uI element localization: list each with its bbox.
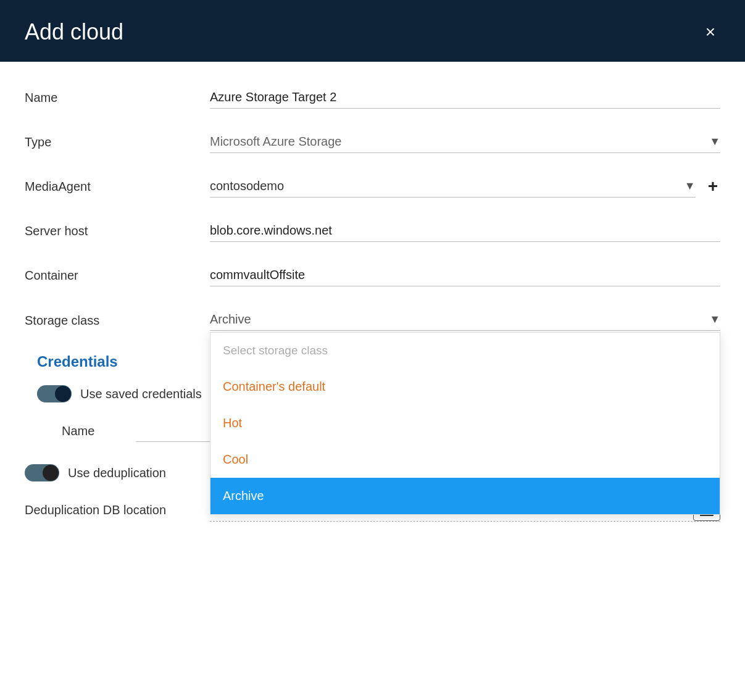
container-input[interactable]: [210, 264, 720, 286]
type-select-container: Microsoft Azure Storage ▼: [210, 131, 720, 153]
mediaagent-wrap: contosodemo ▼ +: [210, 175, 720, 198]
storageclass-row: Storage class Archive ▼ Select storage c…: [25, 309, 720, 331]
dialog-body: Name Type Microsoft Azure Storage ▼ Medi…: [0, 62, 745, 700]
use-saved-credentials-label: Use saved credentials: [80, 387, 202, 401]
add-cloud-dialog: Add cloud × Name Type Microsoft Azure St…: [0, 0, 745, 700]
name-input[interactable]: [210, 86, 720, 109]
type-dropdown-arrow: ▼: [709, 135, 720, 148]
mediaagent-dropdown-arrow: ▼: [685, 180, 696, 193]
mediaagent-row: MediaAgent contosodemo ▼ +: [25, 175, 720, 198]
dedup-db-label: Deduplication DB location: [25, 503, 210, 517]
use-dedup-toggle[interactable]: [25, 464, 59, 481]
mediaagent-label: MediaAgent: [25, 180, 210, 194]
mediaagent-select-container: contosodemo ▼: [210, 175, 696, 198]
container-row: Container: [25, 264, 720, 286]
add-mediaagent-button[interactable]: +: [705, 178, 720, 195]
name-row: Name: [25, 86, 720, 109]
mediaagent-control-wrap: contosodemo ▼ +: [210, 175, 720, 198]
dropdown-item-archive[interactable]: Archive: [210, 478, 720, 514]
type-row: Type Microsoft Azure Storage ▼: [25, 131, 720, 153]
dropdown-item-hot[interactable]: Hot: [210, 405, 720, 441]
dialog-header: Add cloud ×: [0, 0, 745, 62]
use-saved-credentials-toggle[interactable]: [37, 385, 72, 402]
dropdown-item-cool[interactable]: Cool: [210, 441, 720, 478]
storageclass-select-row[interactable]: Archive ▼: [210, 309, 720, 331]
credentials-name-label: Name: [62, 424, 136, 438]
type-label: Type: [25, 135, 210, 149]
container-input-wrap: [210, 264, 720, 286]
type-select-wrap: Microsoft Azure Storage ▼: [210, 131, 720, 153]
storageclass-control-wrap: Archive ▼ Select storage class Container…: [210, 309, 720, 331]
container-label: Container: [25, 269, 210, 283]
storageclass-selected-value: Archive: [210, 309, 707, 330]
close-button[interactable]: ×: [701, 21, 720, 43]
serverhost-input-wrap: [210, 220, 720, 242]
type-select-value[interactable]: Microsoft Azure Storage: [210, 131, 707, 152]
serverhost-row: Server host: [25, 220, 720, 242]
dropdown-item-containers-default[interactable]: Container's default: [210, 369, 720, 405]
use-dedup-label: Use deduplication: [68, 466, 166, 480]
dedup-toggle-thumb: [43, 465, 59, 481]
toggle-thumb: [55, 386, 71, 402]
serverhost-label: Server host: [25, 224, 210, 238]
serverhost-input[interactable]: [210, 220, 720, 242]
storageclass-label: Storage class: [25, 309, 210, 328]
name-label: Name: [25, 91, 210, 105]
storageclass-dropdown-arrow: ▼: [709, 313, 720, 326]
mediaagent-select-value[interactable]: contosodemo: [210, 175, 682, 197]
dropdown-item-header[interactable]: Select storage class: [210, 333, 720, 369]
name-input-wrap: [210, 86, 720, 109]
storageclass-dropdown-menu: Select storage class Container's default…: [210, 332, 720, 515]
dialog-title: Add cloud: [25, 19, 123, 45]
